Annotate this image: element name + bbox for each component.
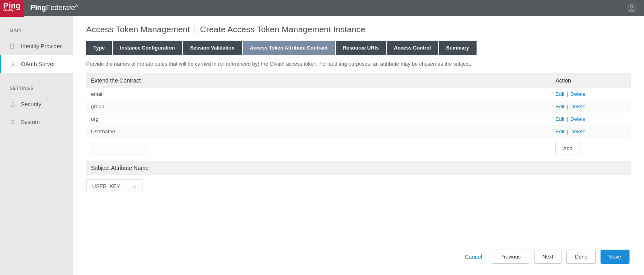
oauth-icon: [10, 61, 16, 67]
edit-link[interactable]: Edit: [555, 103, 564, 110]
product-name-bold: Ping: [30, 4, 46, 12]
brand-logo-sub: Identity.: [3, 9, 14, 12]
edit-link[interactable]: Edit: [555, 91, 564, 97]
product-name: PingFederate®: [30, 4, 78, 12]
col-header-name: Extend the Contract: [86, 73, 551, 88]
delete-link[interactable]: Delete: [570, 128, 586, 134]
attr-name: org: [86, 113, 551, 125]
sidebar-item-label: Identity Provider: [21, 43, 62, 50]
sidebar-item-label: OAuth Server: [21, 61, 55, 67]
brand-logo: Ping Identity.: [0, 0, 24, 17]
table-input-row: Add: [86, 138, 631, 159]
sidebar-item-label: Security: [21, 101, 41, 108]
select-value: USER_KEY: [92, 183, 120, 189]
tab-summary[interactable]: Summary: [439, 41, 477, 55]
table-row: group Edit | Delete: [86, 100, 631, 113]
action-separator: |: [567, 116, 568, 122]
breadcrumb-separator: |: [194, 25, 196, 34]
breadcrumb-parent[interactable]: Access Token Management: [86, 25, 190, 34]
edit-link[interactable]: Edit: [555, 128, 564, 134]
action-separator: |: [567, 128, 568, 134]
product-name-light: Federate: [46, 4, 75, 12]
sidebar-item-security[interactable]: Security: [0, 95, 73, 113]
svg-point-7: [12, 123, 13, 124]
previous-button[interactable]: Previous: [492, 250, 529, 264]
top-header: Ping Identity. PingFederate®: [0, 0, 644, 16]
action-separator: |: [567, 91, 568, 97]
tab-type[interactable]: Type: [86, 41, 112, 55]
svg-rect-4: [11, 104, 14, 106]
svg-point-1: [630, 6, 633, 8]
new-attribute-input[interactable]: [91, 142, 147, 155]
sidebar-heading-settings: SETTINGS: [0, 81, 73, 95]
sidebar-item-identity-provider[interactable]: Identity Provider: [0, 37, 73, 55]
logo-area: Ping Identity. PingFederate®: [0, 0, 78, 16]
tab-resource-uris[interactable]: Resource URIs: [336, 41, 386, 55]
attr-name: group: [86, 100, 551, 113]
brand-logo-main: Ping: [3, 2, 21, 10]
svg-point-3: [12, 62, 14, 64]
sidebar: MAIN Identity Provider OAuth: [0, 16, 73, 275]
tab-access-token-attribute-contract[interactable]: Access Token Attribute Contract: [243, 41, 335, 55]
attr-name: Username: [86, 125, 551, 138]
delete-link[interactable]: Delete: [570, 103, 586, 110]
footer-buttons: Cancel Previous Next Done Save: [86, 250, 631, 264]
svg-point-5: [12, 120, 12, 121]
edit-link[interactable]: Edit: [555, 116, 564, 122]
delete-link[interactable]: Delete: [570, 91, 586, 97]
tab-bar: Type Instance Configuration Session Vali…: [86, 41, 631, 55]
breadcrumb-current: Create Access Token Management Instance: [200, 25, 365, 34]
delete-link[interactable]: Delete: [570, 116, 586, 122]
table-row: Username Edit | Delete: [86, 125, 631, 138]
sidebar-item-label: System: [21, 119, 40, 125]
attr-name: email: [86, 88, 551, 100]
profile-icon[interactable]: [627, 4, 636, 12]
table-row: email Edit | Delete: [86, 88, 631, 100]
tab-session-validation[interactable]: Session Validation: [183, 41, 242, 55]
tab-access-control[interactable]: Access Control: [387, 41, 438, 55]
attribute-table: Extend the Contract Action email Edit | …: [86, 73, 631, 159]
main-content: Access Token Management | Create Access …: [73, 16, 644, 275]
subject-section-header: Subject Attribute Name: [86, 161, 631, 175]
add-button[interactable]: Add: [555, 142, 580, 155]
col-header-action: Action: [551, 73, 631, 88]
chevron-down-icon: ⌄: [133, 184, 136, 189]
svg-rect-2: [10, 44, 14, 49]
sidebar-heading-main: MAIN: [0, 23, 73, 37]
sidebar-item-oauth-server[interactable]: OAuth Server: [0, 55, 73, 73]
svg-point-6: [13, 122, 14, 122]
cancel-button[interactable]: Cancel: [460, 250, 487, 263]
action-separator: |: [567, 103, 568, 110]
table-row: org Edit | Delete: [86, 113, 631, 125]
sidebar-item-system[interactable]: System: [0, 113, 73, 131]
lock-icon: [10, 101, 16, 107]
idp-icon: [10, 43, 16, 50]
sliders-icon: [10, 119, 16, 125]
save-button[interactable]: Save: [601, 250, 630, 264]
page-description: Provide the names of the attributes that…: [86, 61, 631, 67]
done-button[interactable]: Done: [566, 250, 596, 264]
breadcrumb: Access Token Management | Create Access …: [86, 25, 631, 34]
tab-instance-configuration[interactable]: Instance Configuration: [113, 41, 182, 55]
subject-attribute-select[interactable]: USER_KEY ⌄: [86, 179, 142, 193]
next-button[interactable]: Next: [534, 250, 562, 264]
